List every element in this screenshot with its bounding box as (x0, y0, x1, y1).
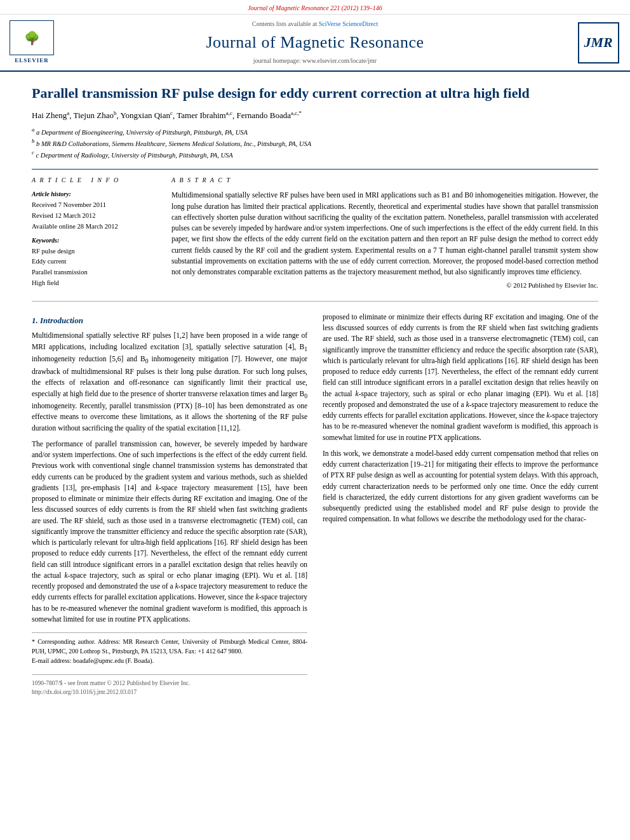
main-content: Parallel transmission RF pulse design fo… (0, 72, 630, 709)
affiliations-block: a a Department of Bioengineering, Univer… (32, 126, 598, 161)
author-hai-zheng: Hai Zheng (32, 110, 67, 120)
copyright-line: © 2012 Published by Elsevier Inc. (171, 281, 598, 291)
abstract-text: Multidimensional spatially selective RF … (171, 190, 598, 277)
keyword-eddy: Eddy current (32, 257, 159, 267)
keyword-high-field: High field (32, 278, 159, 289)
right-para-2: In this work, we demonstrate a model-bas… (323, 448, 598, 525)
intro-title: 1. Introduction (32, 314, 307, 327)
footer-issn: 1090-7807/$ - see front matter © 2012 Pu… (32, 679, 307, 688)
intro-number: 1. (32, 316, 38, 325)
elsevier-logo-area: 🌳 ELSEVIER (0, 15, 64, 70)
affil-c: c c Department of Radiology, University … (32, 149, 598, 160)
keyword-rf: RF pulse design (32, 246, 159, 257)
author-fernando-boada: Fernando Boada (236, 110, 291, 120)
sup-ac: a,c (226, 110, 232, 116)
intro-para-1: Multidimensional spatially selective RF … (32, 330, 307, 433)
elsevier-tree-icon: 🌳 (24, 29, 40, 47)
elsevier-label: ELSEVIER (15, 57, 49, 65)
footer-bar: 1090-7807/$ - see front matter © 2012 Pu… (32, 674, 307, 697)
history-label: Article history: (32, 190, 159, 199)
journal-header-center: Contents lists available at SciVerse Sci… (64, 15, 566, 70)
article-info-col: A R T I C L E I N F O Article history: R… (32, 176, 159, 291)
body-columns: 1. Introduction Multidimensional spatial… (32, 312, 598, 697)
affil-a: a a Department of Bioengineering, Univer… (32, 126, 598, 137)
body-col-right: proposed to eliminate or minimize their … (323, 312, 598, 697)
sciverse-link[interactable]: SciVerse ScienceDirect (319, 20, 379, 27)
sciverse-prefix: Contents lists available at (252, 20, 317, 27)
article-title: Parallel transmission RF pulse design fo… (32, 84, 598, 103)
email-note: E-mail address: boadafe@upmc.edu (F. Boa… (32, 656, 307, 665)
jmr-logo-area: JMR (566, 15, 630, 70)
corresponding-author-note: * Corresponding author. Address: MR Rese… (32, 637, 307, 656)
intro-para-2: The performance of parallel transmission… (32, 439, 307, 625)
info-abstract-row: A R T I C L E I N F O Article history: R… (32, 169, 598, 291)
journal-header: 🌳 ELSEVIER Contents lists available at S… (0, 15, 630, 72)
author-yongxian-qian: Yongxian Qian (120, 110, 170, 120)
footer-doi: http://dx.doi.org/10.1016/j.jmr.2012.03.… (32, 688, 307, 697)
article-dates: Received 7 November 2011 Revised 12 Marc… (32, 200, 159, 232)
footnote-area: * Corresponding author. Address: MR Rese… (32, 632, 307, 665)
authors-line: Hai Zhenga, Tiejun Zhaob, Yongxian Qianc… (32, 109, 598, 122)
keywords-label: Keywords: (32, 236, 159, 245)
jmr-logo: JMR (578, 22, 619, 63)
right-para-1: proposed to eliminate or minimize their … (323, 312, 598, 443)
revised-date: Revised 12 March 2012 (32, 211, 159, 222)
sup-c: c (170, 110, 173, 116)
elsevier-logo: 🌳 ELSEVIER (10, 20, 54, 65)
sup-ac2: a,c,* (291, 110, 302, 116)
sup-a: a (67, 110, 69, 116)
abstract-heading: A B S T R A C T (171, 176, 598, 185)
sciverse-line: Contents lists available at SciVerse Sci… (252, 20, 379, 29)
keywords-list: RF pulse design Eddy current Parallel tr… (32, 246, 159, 289)
homepage-text: journal homepage: www.elsevier.com/locat… (253, 57, 377, 64)
journal-title-main: Journal of Magnetic Resonance (206, 31, 424, 54)
journal-reference-bar: Journal of Magnetic Resonance 221 (2012)… (0, 0, 630, 15)
author-tiejun-zhao: Tiejun Zhao (74, 110, 114, 120)
affil-b: b b MR R&D Collaborations, Siemens Healt… (32, 137, 598, 149)
abstract-col: A B S T R A C T Multidimensional spatial… (171, 176, 598, 291)
sup-b: b (114, 110, 117, 116)
elsevier-icon-box: 🌳 (10, 20, 54, 55)
article-info-heading: A R T I C L E I N F O (32, 176, 159, 185)
available-date: Available online 28 March 2012 (32, 222, 159, 232)
journal-ref-text: Journal of Magnetic Resonance 221 (2012)… (248, 4, 382, 11)
keyword-parallel: Parallel transmission (32, 267, 159, 278)
journal-homepage-line: journal homepage: www.elsevier.com/locat… (253, 57, 377, 65)
intro-heading: Introduction (40, 316, 83, 325)
body-col-left: 1. Introduction Multidimensional spatial… (32, 312, 307, 697)
received-date: Received 7 November 2011 (32, 200, 159, 211)
section-divider (32, 301, 598, 302)
author-tamer-ibrahim: Tamer Ibrahim (177, 110, 225, 120)
